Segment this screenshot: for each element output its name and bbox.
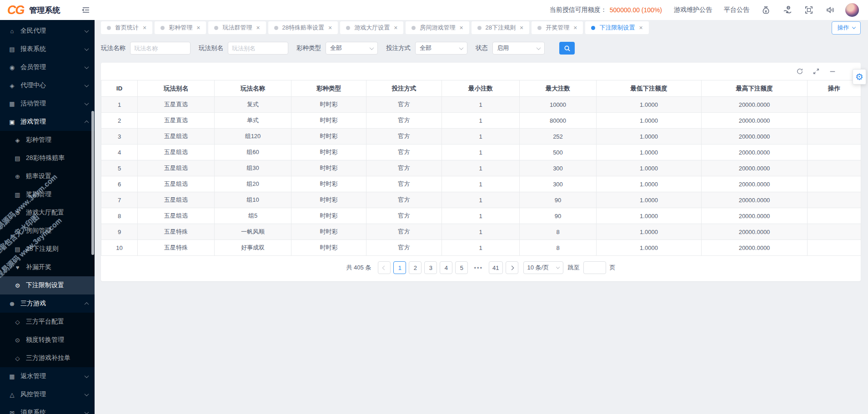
sidebar-item-label: 房间管理 (26, 227, 88, 235)
fullscreen-icon[interactable] (804, 5, 813, 15)
page-size-select[interactable]: 10 条/页 (523, 261, 563, 274)
table-cell: 官方 (366, 240, 442, 256)
play-alias-input[interactable] (228, 42, 288, 55)
tab-item[interactable]: 房间游戏管理× (406, 21, 469, 34)
tab-item[interactable]: 首页统计× (101, 21, 152, 34)
sidebar-item[interactable]: ✉消息系统 (0, 404, 95, 414)
platform-announcement-link[interactable]: 平台公告 (724, 6, 749, 14)
sidebar-item[interactable]: ▦活动管理 (0, 95, 95, 113)
tab-item[interactable]: 玩法群管理× (208, 21, 266, 34)
tab-label: 首页统计 (115, 24, 139, 32)
sidebar-item[interactable]: ◇三方游戏补拉单 (0, 349, 95, 367)
table-cell: 官方 (366, 176, 442, 192)
table-cell: 五星组选 (138, 208, 215, 224)
sidebar-item[interactable]: ◇三方平台配置 (0, 313, 95, 331)
tab-close-icon[interactable]: × (639, 25, 642, 31)
next-page-button[interactable] (506, 261, 518, 274)
tab-close-icon[interactable]: × (520, 25, 523, 31)
money-bag-icon[interactable] (761, 5, 771, 15)
sidebar-item[interactable]: ⊕赔率设置 (0, 167, 95, 185)
action-dropdown-label: 操作 (838, 24, 849, 32)
page-button[interactable]: 5 (455, 261, 468, 274)
sidebar-item[interactable]: ◉会员管理 (0, 58, 95, 76)
tab-item[interactable]: 28特殊赔率设置× (268, 21, 338, 34)
sidebar-item-label: 代理中心 (20, 81, 82, 90)
minimize-icon[interactable] (829, 68, 836, 75)
hand-coin-icon[interactable] (783, 5, 793, 15)
quota-icon: ⊙ (14, 337, 21, 344)
sidebar-item[interactable]: ♥补漏开奖 (0, 258, 95, 276)
tab-item[interactable]: 开奖管理× (532, 21, 583, 34)
table-cell: 一帆风顺 (215, 224, 291, 240)
tab-close-icon[interactable]: × (143, 25, 146, 31)
sidebar-item[interactable]: ▤28下注规则 (0, 240, 95, 258)
column-header: 最低下注额度 (597, 80, 702, 97)
sidebar-item[interactable]: ⚙游戏大厅配置 (0, 204, 95, 222)
sidebar-item[interactable]: ▢房间管理 (0, 222, 95, 240)
jump-page-input[interactable] (583, 261, 606, 274)
lottery-type-select[interactable]: 全部 (326, 42, 378, 55)
sidebar-item[interactable]: ⊗三方游戏 (0, 294, 95, 313)
table-cell: 时时彩 (291, 145, 366, 160)
sound-icon[interactable] (825, 5, 835, 15)
filter-bar: 玩法名称玩法别名彩种类型全部投注方式全部状态启用 (101, 42, 861, 55)
expand-icon[interactable] (813, 68, 820, 75)
filter-label: 玩法名称 (101, 44, 125, 52)
sidebar-collapse-icon[interactable] (81, 5, 90, 15)
sidebar-item[interactable]: ▤报表系统 (0, 40, 95, 58)
chevron-down-icon (85, 65, 89, 69)
tab-dot (591, 26, 595, 30)
table-cell: 组30 (215, 160, 291, 176)
sidebar-item[interactable]: ▣游戏管理 (0, 113, 95, 131)
status-select[interactable]: 启用 (492, 42, 545, 55)
tab-item[interactable]: 彩种管理× (155, 21, 206, 34)
prev-page-button[interactable] (378, 261, 391, 274)
sidebar-item[interactable]: ◈代理中心 (0, 76, 95, 95)
refresh-icon[interactable] (796, 68, 803, 75)
chevron-down-icon (459, 45, 464, 50)
page-button[interactable]: 41 (489, 261, 502, 274)
odds28-icon: ▤ (14, 155, 21, 162)
tab-item[interactable]: 28下注规则× (472, 21, 530, 34)
tab-item[interactable]: 下注限制设置× (585, 21, 648, 34)
tab-item[interactable]: 游戏大厅设置× (340, 21, 403, 34)
play-name-input[interactable] (130, 42, 191, 55)
tab-close-icon[interactable]: × (394, 25, 397, 31)
search-button[interactable] (559, 42, 575, 55)
sidebar-menu: ⌂全民代理▤报表系统◉会员管理◈代理中心▦活动管理▣游戏管理◈彩种管理▤28彩特… (0, 20, 95, 414)
page-button[interactable]: 3 (424, 261, 437, 274)
sidebar-item[interactable]: ⚙下注限制设置 (0, 276, 95, 294)
page-button[interactable]: 2 (409, 261, 421, 274)
user-avatar[interactable] (845, 3, 859, 17)
tab-dot (214, 26, 218, 30)
sidebar-item[interactable]: ⌂全民代理 (0, 22, 95, 40)
tab-close-icon[interactable]: × (459, 25, 463, 31)
tab-close-icon[interactable]: × (196, 25, 200, 31)
sidebar-scrollbar[interactable] (91, 111, 94, 255)
bet-mode-select[interactable]: 全部 (415, 42, 467, 55)
tab-close-icon[interactable]: × (573, 25, 577, 31)
page-size-value: 10 条/页 (527, 264, 549, 272)
page-button[interactable]: 1 (393, 261, 406, 274)
tab-close-icon[interactable]: × (256, 25, 260, 31)
tab-dot (274, 26, 278, 30)
table-cell (808, 208, 861, 224)
tab-close-icon[interactable]: × (328, 25, 332, 31)
pagination-total: 共 405 条 (346, 264, 371, 272)
sidebar-item-label: 游戏管理 (20, 118, 82, 126)
action-dropdown-button[interactable]: 操作 (832, 21, 861, 35)
sidebar-item[interactable]: △风控管理 (0, 385, 95, 404)
sidebar-item[interactable]: ▦返水管理 (0, 367, 95, 385)
sidebar-item[interactable]: ⊙额度转换管理 (0, 331, 95, 349)
sidebar-item-label: 下注限制设置 (26, 281, 88, 289)
sidebar-item[interactable]: ▥奖期管理 (0, 185, 95, 204)
column-settings-button[interactable]: ⚙ (853, 69, 866, 85)
sidebar-item[interactable]: ◈彩种管理 (0, 131, 95, 149)
game-maintenance-link[interactable]: 游戏维护公告 (674, 6, 712, 14)
message-icon: ✉ (8, 409, 16, 414)
table-cell (808, 145, 861, 160)
table-cell: 官方 (366, 113, 442, 129)
column-header: 玩法别名 (138, 80, 215, 97)
page-button[interactable]: 4 (440, 261, 452, 274)
sidebar-item[interactable]: ▤28彩特殊赔率 (0, 149, 95, 167)
